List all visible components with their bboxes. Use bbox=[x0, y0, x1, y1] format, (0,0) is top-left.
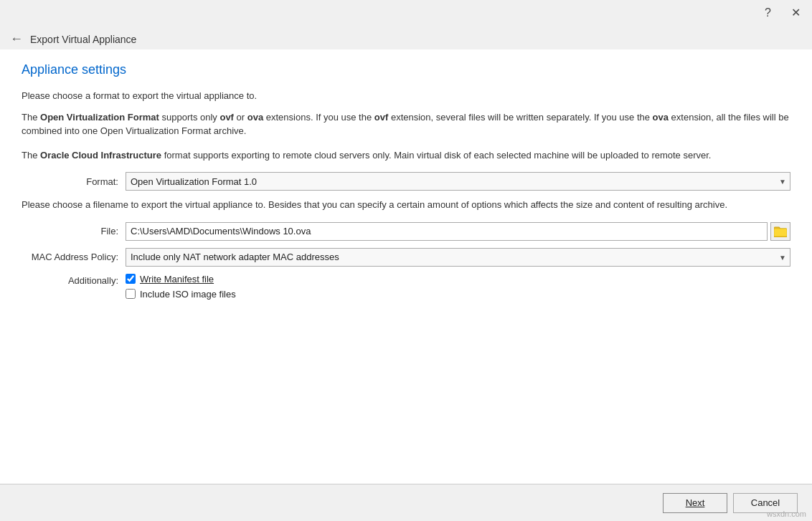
format-select-wrapper: Open Virtualization Format 0.9Open Virtu… bbox=[126, 172, 790, 191]
file-label: File: bbox=[22, 226, 126, 236]
description-3: The Oracle Cloud Infrastructure format s… bbox=[22, 148, 790, 163]
next-label: Next bbox=[686, 497, 705, 508]
format-row: Format: Open Virtualization Format 0.9Op… bbox=[22, 172, 790, 191]
back-arrow-icon[interactable]: ← bbox=[10, 32, 23, 47]
section-title: Appliance settings bbox=[22, 62, 790, 77]
file-input-wrapper bbox=[126, 222, 790, 241]
iso-checkbox-row: Include ISO image files bbox=[126, 289, 236, 300]
format-select[interactable]: Open Virtualization Format 0.9Open Virtu… bbox=[126, 172, 790, 191]
svg-rect-2 bbox=[774, 229, 787, 236]
oci-bold: Oracle Cloud Infrastructure bbox=[40, 150, 161, 161]
manifest-label[interactable]: Write Manifest file bbox=[140, 274, 214, 285]
ova-ext-bold: ova bbox=[247, 112, 263, 123]
dialog-title: Export Virtual Appliance bbox=[30, 34, 136, 45]
mac-row: MAC Address Policy: Include all network … bbox=[22, 248, 790, 267]
mac-label: MAC Address Policy: bbox=[22, 252, 126, 262]
manifest-checkbox-row: Write Manifest file bbox=[126, 274, 236, 285]
folder-icon bbox=[774, 226, 787, 237]
help-button[interactable]: ? bbox=[760, 6, 775, 20]
file-row: File: bbox=[22, 222, 790, 241]
mac-select-wrapper: Include all network adapter MAC addresse… bbox=[126, 248, 790, 267]
ova-ext-bold2: ova bbox=[653, 112, 669, 123]
manifest-checkbox[interactable] bbox=[126, 274, 136, 284]
description-2: The Open Virtualization Format supports … bbox=[22, 110, 790, 138]
additionally-label: Additionally: bbox=[22, 274, 126, 286]
ovf-ext-bold: ovf bbox=[219, 112, 234, 123]
file-input[interactable] bbox=[126, 222, 768, 241]
iso-checkbox[interactable] bbox=[126, 289, 136, 299]
cancel-button[interactable]: Cancel bbox=[733, 493, 798, 513]
iso-label[interactable]: Include ISO image files bbox=[140, 289, 236, 300]
ovf-bold: Open Virtualization Format bbox=[40, 112, 159, 123]
mac-select[interactable]: Include all network adapter MAC addresse… bbox=[126, 248, 790, 267]
checkboxes-column: Write Manifest file Include ISO image fi… bbox=[126, 274, 236, 300]
description-1: Please choose a format to export the vir… bbox=[22, 89, 790, 103]
header: ← Export Virtual Appliance bbox=[0, 26, 812, 49]
browse-button[interactable] bbox=[770, 222, 790, 241]
main-content: Appliance settings Please choose a forma… bbox=[0, 49, 812, 484]
title-bar: ? ✕ bbox=[0, 0, 812, 26]
ovf-ext-bold2: ovf bbox=[374, 112, 389, 123]
next-button[interactable]: Next bbox=[663, 493, 727, 513]
description-4: Please choose a filename to export the v… bbox=[22, 198, 790, 212]
format-label: Format: bbox=[22, 176, 126, 187]
additionally-row: Additionally: Write Manifest file Includ… bbox=[22, 274, 790, 300]
footer: Next Cancel bbox=[0, 484, 812, 521]
close-button[interactable]: ✕ bbox=[787, 6, 805, 20]
